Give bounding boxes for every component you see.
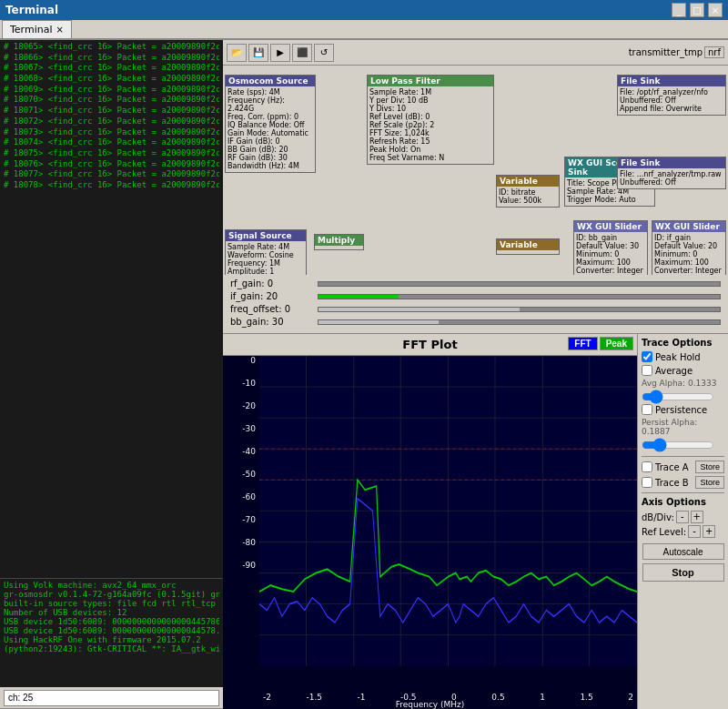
slider-if-label: if_gain: 20 xyxy=(230,291,312,301)
terminal-line: # 18074> <find_crc 16> Packet = a2000989… xyxy=(4,137,219,148)
block-signal-source[interactable]: Signal Source Sample Rate: 4M Waveform: … xyxy=(225,229,307,275)
y-label-90: -90 xyxy=(242,561,256,570)
trace-b-checkbox[interactable] xyxy=(642,477,652,488)
ref-level-row: Ref Level: - + xyxy=(642,525,724,538)
toolbar-btn-run[interactable]: ▶ xyxy=(270,44,290,62)
slider-rf-label: rf_gain: 0 xyxy=(230,279,312,289)
slider-bb-label: bb_gain: 30 xyxy=(230,317,312,327)
persist-alpha-label: Persist Alpha: 0.1887 xyxy=(642,418,724,436)
minimize-button[interactable]: _ xyxy=(672,3,686,17)
block-title-multiply: Multiply xyxy=(315,235,363,246)
right-panel: 📂 💾 ▶ ⬛ ↺ transmitter_tmp nrf Osmocom So… xyxy=(223,40,728,709)
bottom-terminal-line: USB device 1d50:6089: 000000000000000044… xyxy=(4,626,219,635)
persistence-label: Persistence xyxy=(655,405,707,415)
fft-title-bar: FFT Plot FFT Peak xyxy=(223,334,637,356)
divider2 xyxy=(642,492,724,493)
maximize-button[interactable]: □ xyxy=(690,3,704,17)
autoscale-button[interactable]: Autoscale xyxy=(642,543,724,560)
block-title-filesink2: File Sink xyxy=(618,157,725,168)
axis-options-title: Axis Options xyxy=(642,497,724,507)
slider-freq-track[interactable] xyxy=(318,307,721,312)
toolbar-btn-save[interactable]: 💾 xyxy=(248,44,268,62)
x-label-05: 0.5 xyxy=(491,693,504,707)
block-file-sink2[interactable]: File Sink File: ...nrf_analyzer/tmp.raw … xyxy=(617,157,726,189)
terminal-line: # 18070> <find_crc 16> Packet = a2000989… xyxy=(4,95,219,106)
block-title-variable: Variable xyxy=(497,176,559,187)
close-button[interactable]: × xyxy=(708,3,723,17)
freq-mhz-label: Frequency (MHz) xyxy=(396,700,465,709)
fft-container: FFT Plot FFT Peak 0 -10 -20 -30 -40 -50 … xyxy=(223,334,728,709)
trace-b-store-button[interactable]: Store xyxy=(695,476,724,489)
trace-a-row: Trace A Store xyxy=(642,461,724,473)
terminal-line: # 18076> <find_crc 16> Packet = a2000989… xyxy=(4,159,219,170)
fft-title: FFT Plot xyxy=(402,338,457,351)
trace-options-title: Trace Options xyxy=(642,338,724,348)
trace-b-row: Trace B Store xyxy=(642,476,724,489)
trace-options-panel: Trace Options Peak Hold Average Avg Alph… xyxy=(637,334,728,709)
divider1 xyxy=(642,456,724,457)
db-div-minus[interactable]: - xyxy=(676,511,689,523)
terminal-line: # 18075> <find_crc 16> Packet = a2000989… xyxy=(4,148,219,159)
sliders-area: rf_gain: 0 if_gain: 20 freq_offset: 0 bb… xyxy=(223,275,728,334)
block-title-signal: Signal Source xyxy=(226,230,306,241)
db-div-label: dB/Div: xyxy=(642,512,674,522)
search-input[interactable] xyxy=(4,690,219,706)
y-label-20: -20 xyxy=(242,401,256,410)
left-panel: # 18065> <find_crc 16> Packet = a2000989… xyxy=(0,40,223,709)
x-label-1: 1 xyxy=(540,693,545,707)
block-osmocom-source[interactable]: Osmocom Source Rate (sps): 4M Frequency … xyxy=(225,75,316,173)
block-params-filesink2: File: ...nrf_analyzer/tmp.raw Unbuffered… xyxy=(620,170,723,187)
tab-close-icon[interactable]: × xyxy=(56,25,64,35)
block-title-lowpass: Low Pass Filter xyxy=(368,76,493,86)
block-params-signal: Sample Rate: 4M Waveform: Cosine Frequen… xyxy=(228,243,304,275)
block-variable-bitrate[interactable]: Variable ID: bitrate Value: 500k xyxy=(496,175,560,208)
bottom-terminal-line: USB device 1d50:6089: 000000000000000044… xyxy=(4,617,219,626)
block-params-osmocom: Rate (sps): 4M Frequency (Hz): 2.424G Fr… xyxy=(228,88,313,170)
toolbar-btn-open[interactable]: 📂 xyxy=(227,44,247,62)
avg-alpha-slider[interactable] xyxy=(642,391,714,402)
block-title-wx-if: WX GUI Slider xyxy=(652,221,725,232)
block-variable2[interactable]: Variable xyxy=(496,238,560,255)
avg-alpha-label: Avg Alpha: 0.1333 xyxy=(642,379,724,388)
block-lowpass[interactable]: Low Pass Filter Sample Rate: 1M Y per Di… xyxy=(367,75,494,165)
persistence-checkbox[interactable] xyxy=(642,404,652,415)
ref-level-minus[interactable]: - xyxy=(688,525,701,538)
block-wx-slider-if[interactable]: WX GUI Slider ID: if_gain Default Value:… xyxy=(652,220,726,275)
average-checkbox[interactable] xyxy=(642,365,652,376)
trace-a-store-button[interactable]: Store xyxy=(695,461,724,473)
block-multiply[interactable]: Multiply xyxy=(314,234,364,250)
tab-terminal[interactable]: Terminal × xyxy=(2,20,72,38)
fft-mode-fft-button[interactable]: FFT xyxy=(568,337,597,350)
terminal-line: # 18065> <find_crc 16> Packet = a2000989… xyxy=(4,42,219,53)
transmitter-label: transmitter_tmp xyxy=(629,47,703,57)
db-div-plus[interactable]: + xyxy=(691,511,703,523)
toolbar-btn-refresh[interactable]: ↺ xyxy=(314,44,334,62)
slider-bb-track[interactable] xyxy=(318,319,721,325)
trace-a-checkbox[interactable] xyxy=(642,461,652,472)
slider-rf-track[interactable] xyxy=(318,281,721,287)
bottom-terminal-line: Using HackRF One with firmware 2015.07.2 xyxy=(4,635,219,644)
slider-if-track[interactable] xyxy=(318,294,721,299)
block-title-filesink1: File Sink xyxy=(618,76,725,86)
toolbar-btn-stop[interactable]: ⬛ xyxy=(292,44,312,62)
x-label-neg2: -2 xyxy=(263,693,271,707)
bottom-terminal-line: gr-osmosdr v0.1.4-72-g164a09fc (0.1.5git… xyxy=(4,590,219,599)
terminal-line: # 18078> <find_crc 16> Packet = a2000989… xyxy=(4,180,219,191)
average-label: Average xyxy=(655,366,693,376)
ref-level-plus[interactable]: + xyxy=(703,525,715,538)
fft-mode-peak-button[interactable]: Peak xyxy=(600,337,633,350)
x-label-2: 2 xyxy=(628,693,633,707)
peak-hold-row: Peak Hold xyxy=(642,351,724,362)
fft-mode-buttons: FFT Peak xyxy=(568,337,633,350)
peak-hold-checkbox[interactable] xyxy=(642,351,652,362)
action-buttons: Autoscale Stop xyxy=(642,540,724,582)
nrf-label: nrf xyxy=(704,46,724,58)
slider-row-if: if_gain: 20 xyxy=(230,291,721,301)
x-label-15: 1.5 xyxy=(580,693,592,707)
block-wx-slider-bb[interactable]: WX GUI Slider ID: bb_gain Default Value:… xyxy=(573,220,648,275)
block-title-osmocom: Osmocom Source xyxy=(226,76,315,86)
stop-button[interactable]: Stop xyxy=(642,563,724,582)
terminal-line: # 18072> <find_crc 16> Packet = a2000989… xyxy=(4,116,219,127)
block-file-sink1[interactable]: File Sink File: /opt/rf_analyzer/nfo Unb… xyxy=(617,75,726,116)
persist-alpha-slider[interactable] xyxy=(642,440,714,451)
